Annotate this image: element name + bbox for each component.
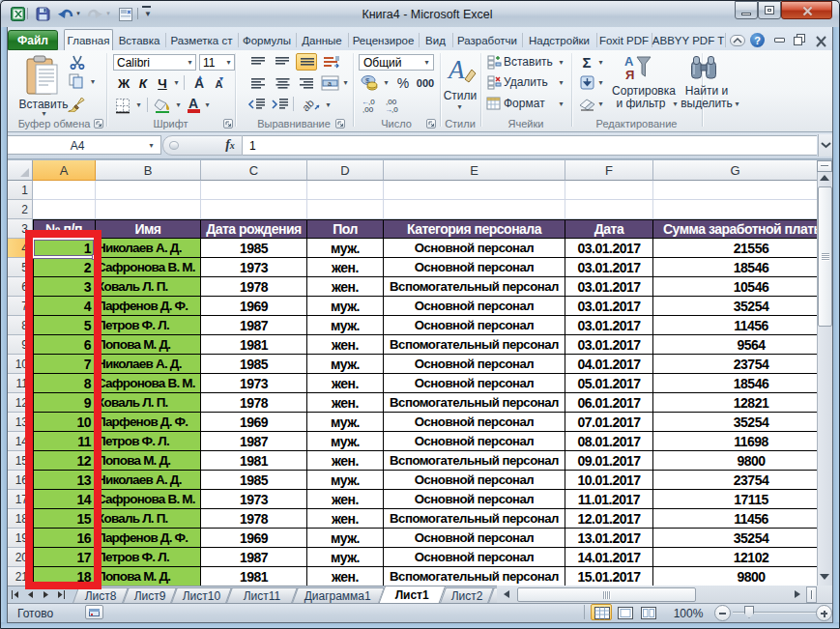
svg-text:A: A <box>447 55 465 84</box>
svg-text:a: a <box>328 80 332 87</box>
svg-text:,00: ,00 <box>362 105 374 113</box>
svg-text:Я: Я <box>625 68 634 81</box>
svg-text:А: А <box>624 54 634 69</box>
svg-text:,0: ,0 <box>391 105 398 113</box>
svg-text:ab: ab <box>303 97 316 113</box>
